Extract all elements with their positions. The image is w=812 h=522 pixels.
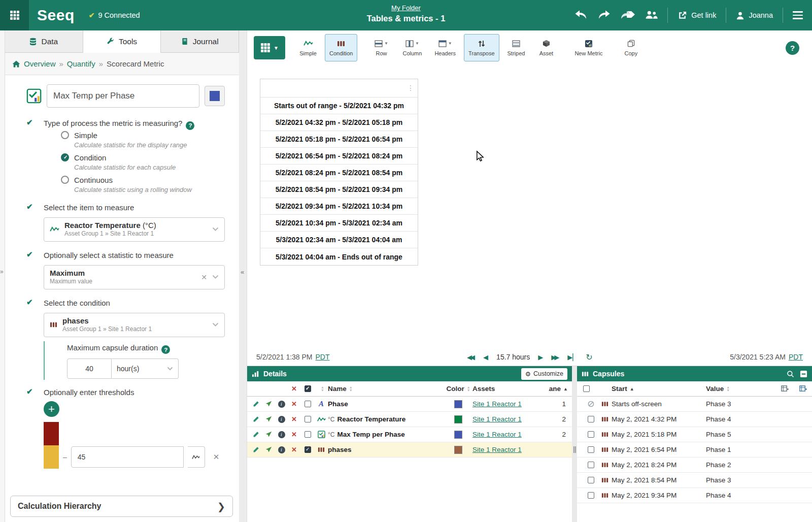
connection-status[interactable]: ✔ 9 Connected	[89, 11, 140, 19]
info-button[interactable]: i	[275, 416, 288, 423]
column-header-name[interactable]: Name▲▼	[328, 385, 444, 393]
step-back-full-icon[interactable]: ◀◀	[467, 353, 475, 361]
color-swatch[interactable]	[454, 446, 462, 454]
home-icon[interactable]	[12, 60, 20, 68]
duration-value-input[interactable]	[67, 358, 112, 379]
edit-button[interactable]	[250, 431, 262, 438]
refresh-icon[interactable]: ↻	[586, 352, 592, 362]
capsule-checkbox[interactable]	[588, 446, 594, 453]
metric-table-cell[interactable]: 5/2/2021 08:24 pm - 5/2/2021 08:54 pm	[260, 165, 418, 181]
metric-table-cell[interactable]: 5/2/2021 09:34 pm - 5/2/2021 10:34 pm	[260, 198, 418, 215]
select-all-capsules-checkbox[interactable]	[583, 385, 590, 392]
threshold-signal-button[interactable]	[188, 446, 205, 468]
trend-button[interactable]	[262, 416, 275, 422]
tool-row[interactable]: ▼ Row	[368, 34, 394, 61]
tool-striped[interactable]: Striped	[503, 34, 530, 61]
user-menu-button[interactable]: Joanna	[736, 11, 773, 20]
item-to-measure-select[interactable]: Reactor Temperature (°C) Asset Group 1 »…	[44, 217, 225, 242]
tool-transpose[interactable]: Transpose	[464, 34, 499, 61]
breadcrumb-overview[interactable]: Overview	[24, 59, 56, 68]
asset-link[interactable]: Site 1 Reactor 1	[472, 415, 522, 423]
details-row[interactable]: i✕APhaseSite 1 Reactor 11	[247, 397, 572, 412]
condition-select[interactable]: phases Asset Group 1 » Site 1 Reactor 1	[44, 313, 225, 337]
collapse-panel-chevron[interactable]: «	[241, 268, 244, 276]
threshold-high-swatch[interactable]	[44, 422, 59, 445]
select-all-checkbox[interactable]	[304, 385, 311, 392]
column-header-start[interactable]: Start▲	[612, 385, 706, 393]
step-forward-half-icon[interactable]: ▶	[538, 353, 543, 361]
add-threshold-button[interactable]: +	[44, 401, 59, 417]
row-checkbox[interactable]	[304, 431, 311, 438]
capsule-checkbox[interactable]	[588, 416, 594, 422]
sort-by-type-control[interactable]: ▲▼	[321, 386, 324, 392]
option-condition[interactable]: Condition Calculate statistic for each c…	[61, 153, 194, 171]
capsule-row[interactable]: May 2, 2021 4:32 PMPhase 4	[577, 412, 812, 427]
option-continuous[interactable]: Continuous Calculate statistic using a r…	[61, 176, 194, 193]
statistic-select[interactable]: Maximum Maximum value ✕	[44, 265, 225, 289]
column-header-assets[interactable]: Assets	[472, 385, 549, 393]
color-swatch[interactable]	[454, 400, 462, 408]
column-header-lane[interactable]: Lane▲	[549, 385, 572, 393]
tool-simple[interactable]: Simple	[295, 34, 321, 61]
timezone-link[interactable]: PDT	[316, 353, 330, 361]
trend-button[interactable]	[262, 446, 275, 453]
customize-button[interactable]: ⚙Customize	[521, 368, 567, 380]
table-view-button[interactable]: ▼	[254, 36, 285, 59]
info-button[interactable]: i	[275, 446, 288, 453]
row-checkbox[interactable]	[304, 416, 311, 422]
panel-resize-handle[interactable]	[572, 366, 577, 522]
step-forward-full-icon[interactable]: ▶▶	[551, 353, 559, 361]
tool-column[interactable]: ▼ Column	[398, 34, 426, 61]
tab-tools[interactable]: Tools	[83, 30, 161, 53]
capsule-checkbox[interactable]	[588, 431, 594, 438]
metric-table-cell[interactable]: 5/3/2021 02:34 am - 5/3/2021 04:04 am	[260, 232, 418, 248]
tab-data[interactable]: Data	[5, 30, 83, 53]
duration-display[interactable]: 15.7 hours	[496, 353, 530, 361]
info-button[interactable]: i	[275, 431, 288, 438]
tab-journal[interactable]: Journal	[161, 30, 239, 53]
expand-panel-chevron[interactable]: »	[0, 268, 4, 275]
remove-threshold-icon[interactable]: ✕	[213, 452, 220, 462]
edit-button[interactable]	[250, 416, 262, 422]
radio-continuous[interactable]	[61, 176, 69, 184]
asset-link[interactable]: Site 1 Reactor 1	[472, 400, 522, 408]
get-link-button[interactable]: Get link	[678, 11, 716, 20]
breadcrumb-quantify[interactable]: Quantify	[67, 59, 95, 68]
clear-statistic-icon[interactable]: ✕	[201, 273, 207, 281]
details-row[interactable]: i✕phasesSite 1 Reactor 1	[247, 442, 572, 458]
column-header-color[interactable]: Color▲▼	[444, 385, 472, 393]
help-icon[interactable]: ?	[161, 345, 170, 354]
details-row[interactable]: i✕°CReactor TemperatureSite 1 Reactor 12	[247, 412, 572, 427]
folder-link[interactable]: My Folder	[391, 4, 421, 12]
zoom-icon[interactable]	[787, 370, 794, 378]
info-button[interactable]: i	[275, 401, 288, 408]
row-checkbox[interactable]	[304, 446, 311, 453]
metric-table-cell[interactable]: 5/2/2021 08:54 pm - 5/2/2021 09:34 pm	[260, 181, 418, 198]
column-header-value[interactable]: Value▲▼	[706, 385, 775, 393]
trend-button[interactable]	[262, 401, 275, 407]
display-range-end[interactable]: 5/3/2021 5:23 AMPDT	[730, 353, 803, 361]
step-to-end-icon[interactable]: ▶▏	[567, 353, 578, 361]
asset-link[interactable]: Site 1 Reactor 1	[472, 446, 522, 453]
remove-button[interactable]: ✕	[288, 446, 300, 453]
capsule-row[interactable]: May 2, 2021 9:34 PMPhase 4	[577, 488, 812, 503]
help-icon[interactable]: ?	[186, 121, 194, 130]
capsule-checkbox[interactable]	[588, 492, 594, 499]
calculation-hierarchy-bar[interactable]: Calculation Hierarchy ❯	[10, 496, 233, 517]
tool-condition[interactable]: Condition	[325, 34, 357, 61]
display-range-start[interactable]: 5/2/2021 1:38 PMPDT	[256, 353, 330, 361]
capsule-row[interactable]: May 2, 2021 8:54 PMPhase 3	[577, 473, 812, 488]
capsule-row[interactable]: Starts off-screenPhase 3	[577, 397, 812, 412]
trend-button[interactable]	[262, 431, 275, 438]
metric-table-cell[interactable]: 5/2/2021 10:34 pm - 5/3/2021 02:34 am	[260, 215, 418, 232]
metric-name-input[interactable]	[47, 84, 199, 108]
duration-unit-select[interactable]: hour(s)	[112, 358, 179, 379]
radio-condition[interactable]	[61, 153, 69, 161]
remove-all-icon[interactable]: ✕	[288, 385, 300, 393]
metric-table-cell[interactable]: 5/2/2021 06:54 pm - 5/2/2021 08:24 pm	[260, 148, 418, 165]
asset-link[interactable]: Site 1 Reactor 1	[472, 431, 522, 438]
metric-table-cell[interactable]: Starts out of range - 5/2/2021 04:32 pm	[260, 97, 418, 114]
tool-copy[interactable]: Copy	[618, 34, 644, 61]
metric-table-cell[interactable]: 5/3/2021 04:04 am - Ends out of range	[260, 248, 418, 265]
table-menu-icon[interactable]: ⋮	[407, 84, 414, 92]
